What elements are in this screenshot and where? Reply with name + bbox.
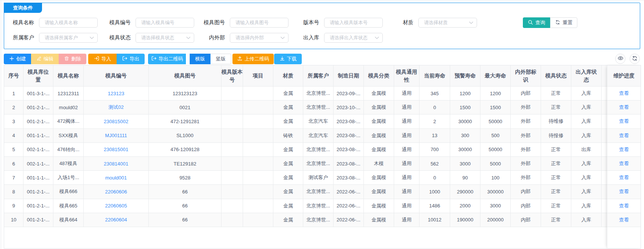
- search-button[interactable]: 查询: [523, 17, 550, 28]
- column-header-label: 最大寿命: [485, 72, 506, 80]
- table-cell: 金属模: [364, 101, 394, 114]
- table-cell: [243, 143, 273, 157]
- reset-button[interactable]: 重置: [550, 17, 577, 28]
- table-cell: 1200: [450, 87, 480, 101]
- export-button[interactable]: 导出: [117, 54, 145, 64]
- table-cell: 123123123: [149, 87, 221, 101]
- export-qr-button[interactable]: 导出二维码: [148, 54, 186, 64]
- download-button-label: 下载: [287, 56, 297, 62]
- view-link[interactable]: 查看: [619, 90, 629, 97]
- horizontal-button[interactable]: 横版: [190, 54, 211, 64]
- view-link[interactable]: 查看: [619, 203, 629, 209]
- refresh-table-button[interactable]: [630, 54, 640, 64]
- search-button-label: 查询: [535, 19, 545, 26]
- view-link[interactable]: 查看: [619, 132, 629, 139]
- table-cell: 正常: [541, 157, 571, 171]
- view-link[interactable]: 查看: [619, 146, 629, 153]
- view-link[interactable]: 查看: [619, 118, 629, 125]
- gutter-cell: [602, 143, 607, 157]
- table-cell: [221, 213, 243, 227]
- view-link[interactable]: 查看: [619, 104, 629, 111]
- table-cell: [221, 171, 243, 185]
- table-cell: 66: [149, 199, 221, 213]
- table-cell: 3000: [450, 157, 480, 171]
- table-cell: 230814001: [84, 157, 149, 171]
- filter-select[interactable]: 请选择内外部: [230, 33, 288, 43]
- table-cell: 0: [419, 101, 450, 114]
- download-button[interactable]: 下载: [274, 54, 302, 64]
- table-cell: 3: [4, 114, 23, 128]
- mould-code-link[interactable]: 22060606: [105, 189, 127, 195]
- table-cell: 金属: [273, 213, 303, 227]
- table-cell: 001-2-1-...: [23, 114, 53, 128]
- filter-select[interactable]: 请选择所属客户: [39, 33, 98, 43]
- export-qr-button-label: 导出二维码: [159, 56, 183, 62]
- table-cell: 通用: [394, 185, 419, 199]
- mould-code-link[interactable]: 230815002: [104, 119, 128, 124]
- table-cell: 入场1号...: [53, 171, 84, 185]
- filter-select[interactable]: 请选择出入库状态: [324, 33, 383, 43]
- mould-code-link[interactable]: mould001: [105, 175, 127, 181]
- table-cell: 2: [419, 114, 450, 128]
- table-cell: 金属模: [364, 185, 394, 199]
- filter-item: 模具图号: [203, 18, 288, 28]
- delete-button[interactable]: 删除: [59, 54, 86, 64]
- column-visibility-button[interactable]: [615, 54, 625, 64]
- table-cell: [221, 157, 243, 171]
- select-placeholder: 请选择所属客户: [45, 35, 78, 41]
- table-cell: 待报修: [541, 129, 571, 143]
- table-cell: 正常: [541, 213, 571, 227]
- table-cell: 通用: [394, 213, 419, 227]
- column-header-label: 所属客户: [308, 72, 329, 80]
- mould-code-link[interactable]: 测试02: [108, 104, 123, 110]
- search-icon: [528, 20, 533, 26]
- table-cell: 金属模: [364, 114, 394, 128]
- table-cell: 外部: [511, 157, 541, 171]
- import-button[interactable]: 导入: [88, 54, 117, 64]
- table-cell: [221, 143, 243, 157]
- create-button[interactable]: 创建: [4, 54, 31, 64]
- mould-table: 序号模具库位置模具名称模具编号模具图号模具版本号项目材质所属客户制造日期模具分类…: [4, 65, 641, 249]
- view-link[interactable]: 查看: [619, 217, 629, 223]
- table-cell: 北京博世...: [303, 199, 334, 213]
- column-header: 出入库状态: [571, 65, 602, 87]
- query-conditions-tab[interactable]: 查询条件: [4, 3, 42, 13]
- gutter-cell: [602, 171, 607, 185]
- filter-select[interactable]: 请选择模具状态: [136, 33, 194, 43]
- mould-code-link[interactable]: 230814001: [104, 161, 128, 167]
- table-cell: 100: [480, 171, 511, 185]
- table-cell: [243, 129, 273, 143]
- filter-input[interactable]: [39, 18, 98, 28]
- table-cell: 入库: [571, 157, 602, 171]
- table-cell: [221, 114, 243, 128]
- filter-input[interactable]: [136, 18, 194, 28]
- table-cell: 487模具: [53, 157, 84, 171]
- table-cell: 通用: [394, 171, 419, 185]
- table-cell: [243, 171, 273, 185]
- mould-code-link[interactable]: 22060604: [105, 217, 127, 223]
- view-link[interactable]: 查看: [619, 160, 629, 167]
- reset-button-label: 重置: [563, 19, 572, 26]
- table-cell: 金属模: [364, 143, 394, 157]
- mould-code-link[interactable]: 230815001: [104, 147, 128, 152]
- table-cell: [221, 101, 243, 114]
- filter-select[interactable]: 请选择材质: [418, 18, 477, 28]
- vertical-button[interactable]: 竖版: [211, 54, 231, 64]
- mould-code-link[interactable]: 123123: [108, 91, 124, 96]
- view-link[interactable]: 查看: [619, 174, 629, 181]
- edit-button[interactable]: 编辑: [31, 54, 59, 64]
- mould-code-link[interactable]: MJ001111: [105, 133, 127, 138]
- table-cell: 北京博世...: [303, 87, 334, 101]
- upload-qr-button[interactable]: 上传二维码: [232, 54, 274, 64]
- query-panel: 查询条件 模具名称模具编号模具图号版本号材质请选择材质所属客户请选择所属客户模具…: [4, 3, 640, 49]
- table-cell: mould001: [84, 171, 149, 185]
- mould-code-link[interactable]: 22060605: [105, 203, 127, 209]
- view-link[interactable]: 查看: [619, 188, 629, 195]
- filter-input[interactable]: [324, 18, 383, 28]
- table-cell: 金属: [273, 171, 303, 185]
- table-cell: 230815001: [84, 143, 149, 157]
- table-cell: 9: [4, 199, 23, 213]
- column-header: 当前寿命: [419, 65, 450, 87]
- filter-input[interactable]: [230, 18, 288, 28]
- table-cell: 2022-06-...: [334, 213, 364, 227]
